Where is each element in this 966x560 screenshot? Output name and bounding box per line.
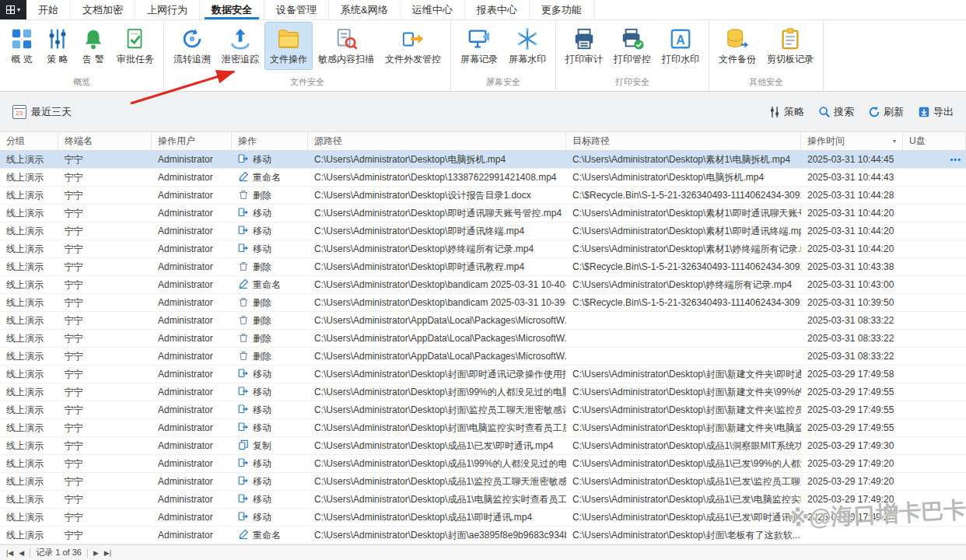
table-row[interactable]: 线上演示宁宁Administrator移动C:\Users\Administra… xyxy=(0,509,966,527)
ribbon-button-label: 告 警 xyxy=(82,53,103,66)
table-row[interactable]: 线上演示宁宁Administrator删除C:\Users\Administra… xyxy=(0,330,966,348)
cell-user: Administrator xyxy=(152,258,232,275)
ribbon-button-screen-record[interactable]: 屏幕记录 xyxy=(455,22,503,70)
table-row[interactable]: 线上演示宁宁Administrator移动C:\Users\Administra… xyxy=(0,222,966,240)
column-header-group[interactable]: 分组 xyxy=(0,132,58,150)
table-row[interactable]: 线上演示宁宁Administrator重命名C:\Users\Administr… xyxy=(0,169,966,187)
prev-record-button[interactable]: ◀ xyxy=(19,549,24,557)
ribbon-button-label: 泄密追踪 xyxy=(222,53,259,66)
menu-tab-4[interactable]: 设备管理 xyxy=(264,0,329,19)
ribbon-button-approval[interactable]: 审批任务 xyxy=(111,22,159,70)
file-outgoing-icon xyxy=(401,27,425,51)
menu-tab-8[interactable]: 更多功能 xyxy=(530,0,594,19)
cell-src: C:\Users\Administrator\Desktop\成品1\99%的人… xyxy=(308,455,566,472)
column-header-src[interactable]: 源路径 xyxy=(308,132,566,150)
menu-tab-3[interactable]: 数据安全 xyxy=(200,0,264,19)
first-record-button[interactable]: |◀ xyxy=(6,549,13,557)
table-row[interactable]: 线上演示宁宁Administrator移动C:\Users\Administra… xyxy=(0,419,966,437)
column-header-usb[interactable]: U盘 xyxy=(903,132,966,150)
cell-group: 线上演示 xyxy=(0,312,58,329)
column-header-op[interactable]: 操作 xyxy=(232,132,308,150)
next-record-button[interactable]: ▶ xyxy=(93,549,99,557)
ribbon-button-content-scan[interactable]: 敏感内容扫描 xyxy=(313,22,380,70)
sliders-icon xyxy=(768,106,781,118)
menu-tab-0[interactable]: 开始 xyxy=(26,0,71,19)
ribbon-button-overview[interactable]: 概 览 xyxy=(4,22,40,70)
export-icon xyxy=(918,106,930,118)
ribbon-button-flow-trace[interactable]: 流转追溯 xyxy=(168,22,216,70)
cell-usb xyxy=(903,276,966,293)
column-header-terminal[interactable]: 终端名 xyxy=(58,132,152,150)
table-row[interactable]: 线上演示宁宁Administrator删除C:\Users\Administra… xyxy=(0,258,966,276)
ribbon-button-leak-track[interactable]: 泄密追踪 xyxy=(216,22,264,70)
filter-action-policy[interactable]: 策略 xyxy=(768,105,804,119)
cell-terminal: 宁宁 xyxy=(58,401,152,418)
table-row[interactable]: 线上演示宁宁Administrator移动C:\Users\Administra… xyxy=(0,491,966,509)
cell-dst: C:\Users\Administrator\Desktop\电脑拆机.mp4 xyxy=(566,169,801,186)
table-row[interactable]: 线上演示宁宁Administrator移动C:\Users\Administra… xyxy=(0,240,966,258)
filter-action-label: 刷新 xyxy=(884,105,904,119)
cell-usb xyxy=(903,527,966,544)
filter-action-export[interactable]: 导出 xyxy=(918,105,954,119)
table-row[interactable]: 线上演示宁宁Administrator移动C:\Users\Administra… xyxy=(0,151,966,169)
cell-dst: C:\$Recycle.Bin\S-1-5-21-326340493-11140… xyxy=(566,258,801,275)
row-actions-button[interactable]: ••• xyxy=(950,151,961,168)
cell-group: 线上演示 xyxy=(0,383,58,401)
cell-time: 2025-03-31 10:44:20 xyxy=(801,240,903,257)
ribbon-button-print-control[interactable]: 打印管控 xyxy=(608,22,656,70)
table-row[interactable]: 线上演示宁宁Administrator移动C:\Users\Administra… xyxy=(0,401,966,419)
ribbon-button-print-audit[interactable]: 打印审计 xyxy=(560,22,608,70)
filter-action-refresh[interactable]: 刷新 xyxy=(868,105,904,119)
cell-group: 线上演示 xyxy=(0,527,58,544)
ribbon-button-file-outgoing[interactable]: 文件外发管控 xyxy=(380,22,446,70)
date-filter-button[interactable]: 23 最近三天 xyxy=(12,105,72,119)
table-row[interactable]: 线上演示宁宁Administrator删除C:\Users\Administra… xyxy=(0,187,966,205)
table-row[interactable]: 线上演示宁宁Administrator移动C:\Users\Administra… xyxy=(0,383,966,401)
table-row[interactable]: 线上演示宁宁Administrator删除C:\Users\Administra… xyxy=(0,312,966,330)
cell-group: 线上演示 xyxy=(0,240,58,257)
table-row[interactable]: 线上演示宁宁Administrator删除C:\Users\Administra… xyxy=(0,348,966,366)
cell-group: 线上演示 xyxy=(0,419,58,436)
delete-icon xyxy=(238,189,249,202)
table-row[interactable]: 线上演示宁宁Administrator重命名C:\Users\Administr… xyxy=(0,276,966,294)
ribbon-button-alarm[interactable]: 告 警 xyxy=(75,22,111,70)
cell-op: 移动 xyxy=(232,455,308,472)
ribbon-button-clipboard-record[interactable]: 剪切板记录 xyxy=(761,22,819,70)
app-menu-button[interactable]: ▾ xyxy=(0,0,26,19)
table-row[interactable]: 线上演示宁宁Administrator移动C:\Users\Administra… xyxy=(0,473,966,491)
table-row[interactable]: 线上演示宁宁Administrator移动C:\Users\Administra… xyxy=(0,455,966,473)
ribbon-button-print-watermark[interactable]: A打印水印 xyxy=(656,22,705,70)
delete-icon xyxy=(238,296,249,310)
filter-action-label: 导出 xyxy=(933,105,954,119)
last-record-button[interactable]: ▶| xyxy=(104,549,111,557)
cell-time: 2025-03-31 10:44:45 xyxy=(801,151,903,168)
overview-icon xyxy=(10,27,33,51)
ribbon-button-policy[interactable]: 策 略 xyxy=(40,22,75,70)
column-header-time[interactable]: 操作时间▾ xyxy=(801,132,903,150)
table-row[interactable]: 线上演示宁宁Administrator复制C:\Users\Administra… xyxy=(0,437,966,455)
menu-tab-7[interactable]: 报表中心 xyxy=(465,0,530,19)
cell-terminal: 宁宁 xyxy=(58,169,152,186)
menu-tab-6[interactable]: 运维中心 xyxy=(401,0,465,19)
ribbon-button-file-ops[interactable]: 文件操作 xyxy=(264,22,313,70)
filter-action-search[interactable]: 搜索 xyxy=(818,105,854,119)
table-row[interactable]: 线上演示宁宁Administrator删除C:\Users\Administra… xyxy=(0,294,966,312)
cell-op: 删除 xyxy=(232,348,308,365)
ribbon-button-label: 打印审计 xyxy=(565,53,603,66)
delete-icon xyxy=(238,332,249,345)
menu-tab-1[interactable]: 文档加密 xyxy=(71,0,135,19)
column-header-user[interactable]: 操作用户 xyxy=(152,132,232,150)
menu-tab-2[interactable]: 上网行为 xyxy=(135,0,200,19)
cell-terminal: 宁宁 xyxy=(58,419,152,436)
ribbon-button-label: 剪切板记录 xyxy=(767,53,814,66)
ribbon-button-screen-watermark[interactable]: 屏幕水印 xyxy=(503,22,551,70)
table-row[interactable]: 线上演示宁宁Administrator移动C:\Users\Administra… xyxy=(0,366,966,383)
table-row[interactable]: 线上演示宁宁Administrator重命名C:\Users\Administr… xyxy=(0,527,966,544)
cell-src: C:\Users\Administrator\Desktop\即时通讯聊天账号管… xyxy=(308,205,566,222)
column-header-dst[interactable]: 目标路径 xyxy=(566,132,801,150)
menu-tab-5[interactable]: 系统&网络 xyxy=(329,0,401,19)
file-backup-icon xyxy=(726,27,749,51)
table-row[interactable]: 线上演示宁宁Administrator移动C:\Users\Administra… xyxy=(0,205,966,222)
ribbon-button-file-backup[interactable]: 文件备份 xyxy=(713,22,761,70)
cell-dst xyxy=(566,312,801,329)
